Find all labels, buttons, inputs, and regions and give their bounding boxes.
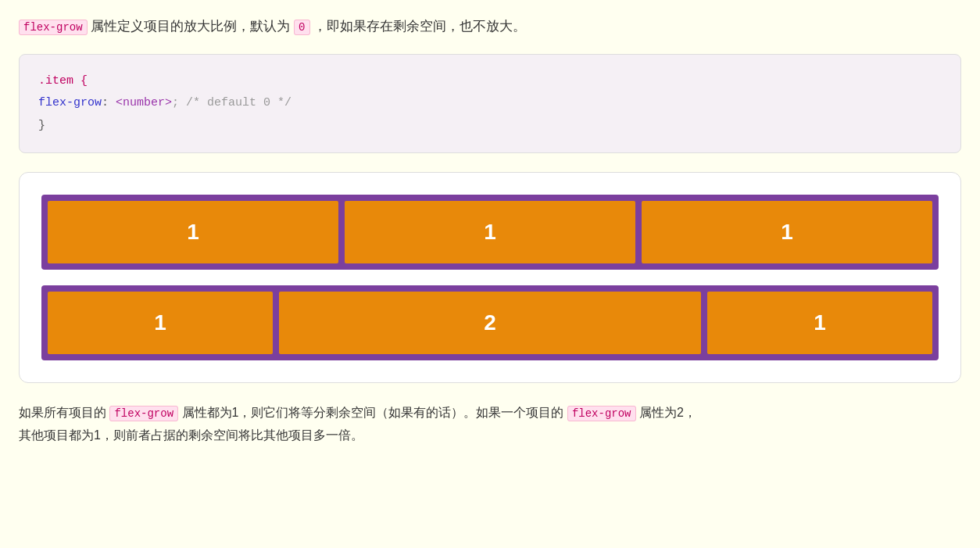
code-block: .item { flex-grow: <number>; /* default … (19, 54, 961, 154)
code-closing-brace: } (38, 119, 45, 132)
zero-badge: 0 (294, 20, 309, 35)
code-line-2: flex-grow: <number>; /* default 0 */ (38, 92, 942, 115)
top-text-1: 属性定义项目的放大比例，默认为 (91, 19, 294, 34)
bottom-text-line2: 其他项目都为1，则前者占据的剩余空间将比其他项目多一倍。 (19, 428, 363, 442)
code-selector: .item { (38, 74, 88, 88)
flex-item-r1-3: 1 (642, 201, 932, 263)
top-description: flex-grow 属性定义项目的放大比例，默认为 0 ，即如果存在剩余空间，也… (19, 16, 961, 38)
top-text-2: ，即如果存在剩余空间，也不放大。 (313, 19, 526, 34)
code-line-3: } (38, 115, 942, 138)
bottom-description: 如果所有项目的 flex-grow 属性都为1，则它们将等分剩余空间（如果有的话… (19, 402, 961, 447)
flex-item-r2-3: 1 (707, 292, 932, 354)
flex-row-wrapper: 1 1 1 1 2 1 (41, 195, 939, 360)
flex-item-r2-1: 1 (48, 292, 273, 354)
code-value: <number> (116, 96, 172, 109)
demo-container: 1 1 1 1 2 1 (19, 172, 961, 383)
flex-item-r2-2: 2 (279, 292, 701, 354)
code-property: flex-grow (38, 96, 102, 109)
flex-row-1: 1 1 1 (41, 195, 939, 270)
flex-grow-badge-3: flex-grow (567, 406, 636, 421)
flex-item-r1-1: 1 (48, 201, 338, 263)
bottom-text-2: 属性都为1，则它们将等分剩余空间（如果有的话）。如果一个项目的 (178, 406, 567, 419)
flex-grow-badge-2: flex-grow (109, 406, 178, 421)
code-colon: : (102, 96, 116, 109)
flex-grow-badge-1: flex-grow (19, 20, 88, 35)
bottom-text-1: 如果所有项目的 (19, 406, 109, 419)
bottom-text-3: 属性为2， (636, 406, 696, 419)
flex-item-r1-2: 1 (345, 201, 635, 263)
flex-row-2: 1 2 1 (41, 285, 939, 360)
code-line-1: .item { (38, 70, 942, 93)
code-comment: ; /* default 0 */ (172, 96, 291, 109)
